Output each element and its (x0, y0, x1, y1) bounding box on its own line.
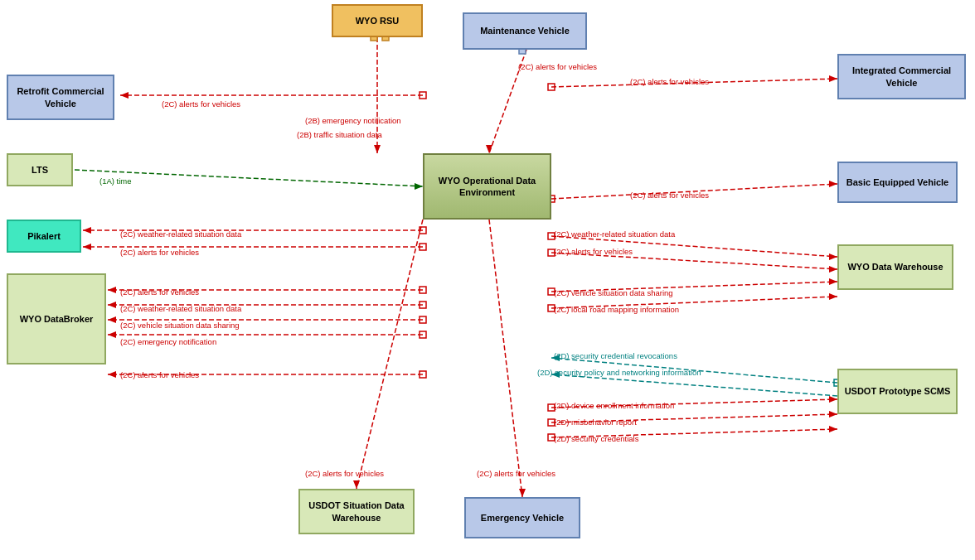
label-emergency-broker: (2C) emergency notification (120, 337, 216, 346)
wyo-data-warehouse-node: WYO Data Warehouse (837, 244, 953, 290)
svg-marker-37 (108, 331, 116, 338)
basic-equipped-label: Basic Equipped Vehicle (846, 176, 949, 188)
emergency-vehicle-node: Emergency Vehicle (464, 497, 580, 538)
lts-node: LTS (7, 153, 73, 186)
svg-rect-6 (420, 92, 426, 99)
label-alerts-pikalert: (2C) alerts for vehicles (120, 248, 199, 257)
label-security-revocations: (2D) security credential revocations (554, 351, 677, 360)
wyo-rsu-node: WYO RSU (332, 4, 423, 37)
basic-equipped-node: Basic Equipped Vehicle (837, 162, 958, 203)
wyo-databroker-label: WYO DataBroker (20, 313, 94, 325)
svg-rect-29 (420, 287, 426, 293)
svg-rect-35 (420, 316, 426, 323)
svg-marker-10 (829, 75, 837, 82)
svg-marker-57 (829, 411, 837, 418)
svg-rect-20 (420, 244, 426, 250)
usdot-scms-label: USDOT Prototype SCMS (845, 385, 951, 397)
svg-marker-19 (83, 244, 91, 250)
usdot-scms-node: USDOT Prototype SCMS (837, 369, 958, 414)
retrofit-commercial-label: Retrofit Commercial Vehicle (12, 85, 109, 109)
label-weather-dw: (2C) weather-related situation data (554, 229, 675, 239)
label-road-mapping: (2C) local road mapping information (554, 305, 679, 314)
svg-marker-13 (829, 181, 837, 187)
label-device-enrollment: (2D) device enrollment information (554, 401, 674, 410)
svg-marker-1 (374, 145, 381, 153)
retrofit-commercial-node: Retrofit Commercial Vehicle (7, 75, 114, 120)
label-security-creds: (2D) security credentials (554, 434, 638, 443)
svg-rect-11 (548, 84, 555, 90)
emergency-vehicle-label: Emergency Vehicle (481, 512, 564, 524)
svg-rect-32 (420, 302, 426, 308)
svg-marker-25 (829, 266, 837, 273)
label-alerts-broker2: (2C) alerts for vehicles (120, 370, 199, 379)
label-alerts-dw: (2C) alerts for vehicles (554, 247, 633, 256)
wyo-ode-node: WYO Operational Data Environment (423, 153, 551, 220)
wyo-ode-label: WYO Operational Data Environment (428, 175, 546, 199)
label-alerts-usdot: (2C) alerts for vehicles (305, 469, 384, 478)
label-weather-broker: (2C) weather-related situation data (120, 304, 241, 313)
diagram-container: WYO RSU Maintenance Vehicle Retrofit Com… (0, 0, 975, 560)
label-security-policy: (2D) security policy and networking info… (537, 368, 701, 377)
svg-line-51 (551, 374, 837, 396)
label-alerts-retrofit: (2C) alerts for vehicles (162, 99, 240, 109)
wyo-databroker-node: WYO DataBroker (7, 273, 106, 364)
svg-marker-3 (486, 145, 492, 153)
label-1a-time: (1A) time (99, 176, 132, 186)
wyo-rsu-label: WYO RSU (356, 15, 400, 27)
label-alerts-broker1: (2C) alerts for vehicles (120, 287, 199, 297)
svg-rect-41 (420, 371, 426, 378)
maintenance-vehicle-node: Maintenance Vehicle (463, 12, 587, 50)
svg-marker-46 (829, 293, 837, 300)
svg-marker-22 (829, 253, 837, 260)
svg-rect-17 (420, 227, 426, 234)
usdot-situation-label: USDOT Situation Data Warehouse (303, 500, 410, 524)
pikalert-node: Pikalert (7, 220, 81, 253)
svg-marker-60 (829, 426, 837, 432)
wyo-data-warehouse-label: WYO Data Warehouse (847, 261, 943, 273)
label-alerts-basic: (2C) alerts for vehicles (630, 191, 709, 200)
svg-marker-40 (108, 371, 116, 378)
label-alerts-maintenance: (2C) alerts for vehicles (518, 62, 597, 71)
svg-rect-38 (420, 331, 426, 338)
svg-marker-34 (108, 316, 116, 323)
label-emergency-notif: (2B) emergency notification (305, 116, 401, 125)
lts-label: LTS (32, 164, 48, 176)
svg-line-64 (489, 220, 522, 497)
svg-marker-54 (829, 396, 837, 403)
svg-marker-8 (415, 183, 423, 190)
label-vehicle-broker: (2C) vehicle situation data sharing (120, 321, 240, 330)
usdot-situation-node: USDOT Situation Data Warehouse (298, 489, 415, 534)
svg-marker-28 (108, 287, 116, 293)
label-weather-pikalert: (2C) weather-related situation data (120, 229, 241, 239)
maintenance-vehicle-label: Maintenance Vehicle (480, 25, 570, 36)
svg-line-62 (357, 220, 423, 489)
label-alerts-integrated: (2C) alerts for vehicles (630, 77, 709, 86)
pikalert-label: Pikalert (27, 230, 61, 242)
svg-marker-65 (519, 489, 526, 497)
integrated-commercial-label: Integrated Commercial Vehicle (842, 65, 961, 89)
svg-marker-43 (829, 278, 837, 285)
svg-marker-31 (108, 302, 116, 308)
svg-marker-63 (353, 480, 360, 489)
integrated-commercial-node: Integrated Commercial Vehicle (837, 54, 966, 99)
svg-marker-5 (120, 92, 129, 99)
label-traffic-situation: (2B) traffic situation data (297, 130, 382, 139)
label-alerts-emergency: (2C) alerts for vehicles (477, 469, 555, 478)
svg-marker-16 (83, 227, 91, 234)
label-vehicle-dw: (2C) vehicle situation data sharing (554, 288, 673, 297)
label-misbehavior: (2D) misbehavior report (554, 418, 637, 427)
